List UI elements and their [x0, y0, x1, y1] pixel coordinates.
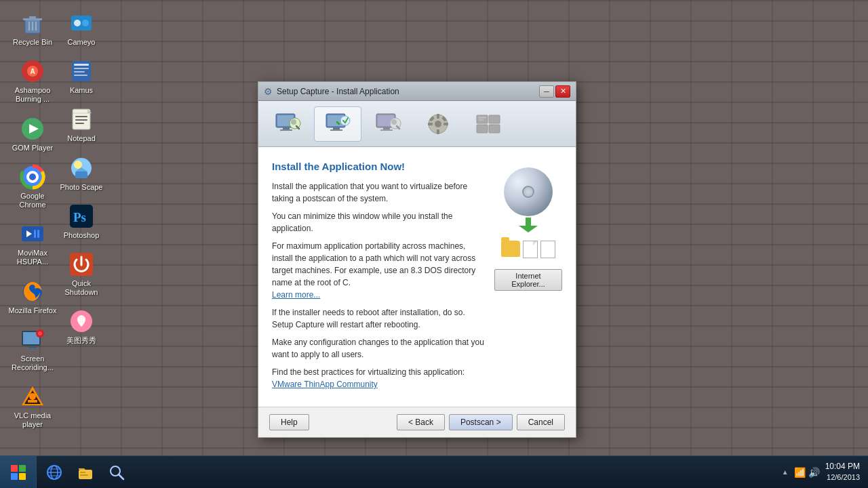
- cd-graphic: [504, 167, 553, 232]
- setup-capture-dialog: ⚙ Setup Capture - Install Application ─ …: [258, 81, 576, 438]
- nav-buttons: < Back Postscan > Cancel: [397, 414, 565, 430]
- network-icon: 📶: [794, 467, 806, 478]
- dialog-heading: Install the Application Now!: [272, 161, 486, 172]
- svg-marker-83: [519, 226, 538, 232]
- help-button-area: Help: [269, 414, 309, 430]
- taskbar-explorer[interactable]: [71, 459, 100, 486]
- desktop: Recycle Bin A Ashampoo Burning ... GOM P…: [0, 0, 868, 488]
- cd-hole: [522, 186, 534, 198]
- svg-rect-80: [478, 117, 486, 119]
- prescan-icon: [273, 110, 302, 138]
- help-button[interactable]: Help: [269, 414, 309, 430]
- dialog-left-panel: Install the Application Now! Install the…: [272, 161, 486, 396]
- dialog-para-3: For maximum application portability acro…: [272, 240, 486, 301]
- taskbar: ▲ 📶 🔊 10:04 PM 12/6/2013: [0, 455, 868, 488]
- wizard-step-postscan[interactable]: [364, 107, 412, 141]
- file-icons-row: [501, 241, 555, 258]
- svg-rect-81: [478, 119, 484, 121]
- postscan-button[interactable]: Postscan >: [449, 414, 513, 430]
- ie-button[interactable]: Internet Explorer...: [494, 269, 562, 291]
- taskbar-apps: [37, 459, 774, 486]
- wizard-step-build[interactable]: [465, 107, 512, 141]
- dialog-title-text: Setup Capture - Install Application: [277, 87, 399, 96]
- notify-chevron[interactable]: ▲: [782, 468, 789, 476]
- svg-rect-91: [80, 474, 88, 476]
- clock-time: 10:04 PM: [825, 461, 860, 472]
- start-button[interactable]: [0, 456, 37, 489]
- wizard-toolbar: [258, 101, 576, 147]
- doc-icon: [523, 241, 538, 258]
- svg-rect-90: [80, 472, 85, 473]
- configure-icon: [424, 110, 452, 138]
- dialog-minimize-button[interactable]: ─: [539, 85, 554, 98]
- svg-point-60: [340, 116, 350, 125]
- dialog-footer: Help < Back Postscan > Cancel: [258, 407, 576, 437]
- dialog-close-button[interactable]: ✕: [555, 85, 570, 98]
- dialog-content: Install the Application Now! Install the…: [258, 147, 576, 407]
- cd-disc: [504, 167, 553, 216]
- folder-icon: [501, 241, 520, 257]
- svg-point-66: [391, 119, 397, 125]
- svg-point-69: [435, 121, 441, 127]
- learn-more-link[interactable]: Learn more...: [272, 290, 320, 300]
- vmware-link[interactable]: VMware ThinApp Community: [272, 380, 378, 389]
- back-button[interactable]: < Back: [397, 414, 445, 430]
- svg-rect-72: [428, 123, 433, 125]
- svg-point-54: [291, 119, 296, 125]
- text-icon: [540, 241, 555, 258]
- taskbar-clock: 10:04 PM 12/6/2013: [825, 461, 860, 483]
- svg-rect-51: [283, 127, 290, 129]
- volume-icon[interactable]: 🔊: [808, 467, 820, 478]
- svg-rect-71: [437, 129, 439, 134]
- dialog-right-panel: Internet Explorer...: [494, 161, 562, 396]
- dialog-para-4: If the installer needs to reboot after i…: [272, 306, 486, 331]
- svg-rect-77: [489, 115, 500, 123]
- dialog-overlay: ⚙ Setup Capture - Install Application ─ …: [0, 0, 868, 455]
- taskbar-right: ▲ 📶 🔊 10:04 PM 12/6/2013: [774, 461, 868, 483]
- taskbar-ie[interactable]: [39, 459, 69, 486]
- dialog-controls: ─ ✕: [539, 85, 570, 98]
- wizard-step-prescan[interactable]: [264, 107, 311, 141]
- svg-rect-82: [526, 218, 531, 226]
- windows-logo: [11, 465, 26, 480]
- dialog-para-6: Find the best practices for virtualizing…: [272, 366, 486, 390]
- postscan-icon: [374, 110, 402, 138]
- svg-rect-79: [489, 125, 500, 133]
- build-icon: [474, 110, 502, 138]
- svg-rect-59: [330, 129, 342, 131]
- dialog-para-2: You can minimize this window while you i…: [272, 210, 486, 235]
- dialog-title-left: ⚙ Setup Capture - Install Application: [264, 86, 399, 97]
- dialog-main: Install the Application Now! Install the…: [272, 161, 562, 396]
- install-arrow: [504, 218, 553, 232]
- dialog-titlebar[interactable]: ⚙ Setup Capture - Install Application ─ …: [258, 82, 576, 101]
- cancel-button[interactable]: Cancel: [517, 414, 565, 430]
- svg-rect-64: [380, 129, 393, 131]
- dialog-para-5: Make any configuration changes to the ap…: [272, 336, 486, 361]
- ie-button-container: Internet Explorer...: [494, 269, 562, 291]
- dialog-para-6-text: Find the best practices for virtualizing…: [272, 367, 465, 377]
- svg-rect-58: [333, 127, 340, 129]
- clock-date: 12/6/2013: [825, 472, 860, 483]
- taskbar-tray-icons: 📶 🔊: [794, 467, 820, 478]
- svg-rect-73: [443, 123, 448, 125]
- svg-line-93: [119, 474, 123, 479]
- taskbar-search[interactable]: [102, 459, 132, 486]
- wizard-step-configure[interactable]: [414, 107, 462, 141]
- dialog-title-icon: ⚙: [264, 86, 273, 97]
- svg-rect-52: [280, 129, 292, 131]
- dialog-para-1: Install the application that you want to…: [272, 180, 486, 205]
- svg-rect-78: [477, 125, 488, 133]
- install-icon: [323, 110, 352, 138]
- svg-rect-70: [437, 114, 439, 119]
- svg-rect-63: [383, 127, 390, 129]
- wizard-step-install[interactable]: [314, 106, 361, 142]
